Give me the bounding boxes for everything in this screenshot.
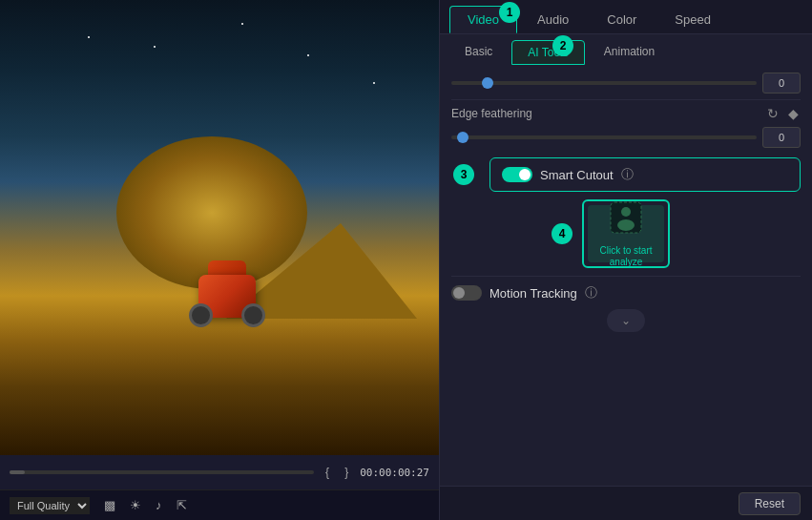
smart-cutout-help-icon[interactable]: ⓘ bbox=[621, 166, 634, 183]
tab-audio[interactable]: Audio bbox=[519, 6, 587, 33]
video-controls: { } 00:00:00:27 bbox=[0, 455, 439, 489]
quality-select[interactable]: Full Quality bbox=[10, 497, 90, 514]
video-panel: { } 00:00:00:27 Full Quality ▩ ☀ ♪ ⇱ bbox=[0, 0, 439, 520]
motion-tracking-row: Motion Tracking ⓘ bbox=[451, 284, 801, 302]
smart-cutout-wrapper: 3 Smart Cutout ⓘ bbox=[489, 157, 801, 192]
content-area: 0 Edge feathering ↻ ◆ 0 3 bbox=[440, 65, 812, 486]
motion-tracking-label: Motion Tracking bbox=[489, 286, 577, 301]
right-panel: 1 Video Audio Color Speed Basic 2 bbox=[439, 0, 812, 520]
edge-feathering-slider-row: 0 bbox=[451, 127, 801, 148]
video-preview bbox=[0, 0, 439, 455]
sub-tabs: Basic 2 AI Tools Animation bbox=[440, 34, 812, 65]
tab-color[interactable]: Color bbox=[589, 6, 655, 33]
keyframe-icon[interactable]: ◆ bbox=[786, 104, 801, 123]
camera-icon[interactable]: ☀ bbox=[130, 498, 141, 512]
video-footer: Full Quality ▩ ☀ ♪ ⇱ bbox=[0, 489, 439, 520]
robot-subject bbox=[184, 260, 270, 327]
tab-basic[interactable]: Basic bbox=[449, 40, 508, 65]
screen-icon[interactable]: ▩ bbox=[104, 498, 115, 512]
tab-speed[interactable]: Speed bbox=[656, 6, 729, 33]
slider-1-value: 0 bbox=[762, 73, 801, 94]
top-tabs: 1 Video Audio Color Speed bbox=[440, 0, 812, 34]
mark-in-btn[interactable]: { bbox=[322, 464, 333, 481]
badge-4: 4 bbox=[552, 223, 573, 244]
reset-icon[interactable]: ↻ bbox=[765, 104, 781, 123]
badge-1: 1 bbox=[499, 2, 520, 23]
analyze-area: 4 Click to st bbox=[451, 199, 801, 268]
badge-3: 3 bbox=[453, 164, 474, 185]
smart-cutout-toggle[interactable] bbox=[502, 167, 532, 182]
mark-out-btn[interactable]: } bbox=[341, 464, 352, 481]
badge-2: 2 bbox=[552, 35, 573, 56]
smart-cutout-section: Smart Cutout ⓘ bbox=[489, 157, 801, 192]
analyze-label: Click to start analyze bbox=[588, 245, 664, 268]
svg-point-1 bbox=[621, 207, 631, 217]
analyze-button[interactable]: Click to start analyze bbox=[582, 199, 670, 268]
analyze-person-icon bbox=[609, 200, 643, 241]
svg-point-2 bbox=[617, 219, 635, 231]
expand-motion-btn[interactable]: ⌄ bbox=[607, 309, 645, 332]
edge-feathering-slider[interactable] bbox=[451, 135, 757, 139]
motion-tracking-section: Motion Tracking ⓘ ⌄ bbox=[451, 276, 801, 332]
timeline-bar[interactable] bbox=[10, 470, 314, 474]
smart-cutout-label: Smart Cutout bbox=[540, 168, 614, 182]
edge-feathering-value: 0 bbox=[762, 127, 801, 148]
edge-feathering-row: Edge feathering ↻ ◆ bbox=[451, 104, 801, 123]
reset-button[interactable]: Reset bbox=[739, 492, 801, 515]
expand-icon[interactable]: ⇱ bbox=[177, 498, 187, 512]
tab-animation[interactable]: Animation bbox=[589, 40, 670, 65]
motion-tracking-help-icon[interactable]: ⓘ bbox=[585, 284, 597, 302]
tab-ai-tools[interactable]: AI Tools bbox=[511, 40, 584, 65]
time-code: 00:00:00:27 bbox=[360, 467, 429, 479]
bottom-bar: Reset bbox=[440, 486, 812, 520]
audio-icon[interactable]: ♪ bbox=[156, 498, 162, 512]
analyze-wrapper: 4 Click to st bbox=[582, 199, 670, 268]
motion-tracking-toggle[interactable] bbox=[451, 285, 482, 301]
slider-1[interactable] bbox=[451, 81, 757, 85]
edge-feathering-label: Edge feathering bbox=[451, 107, 532, 120]
slider-row-1: 0 bbox=[451, 73, 801, 94]
